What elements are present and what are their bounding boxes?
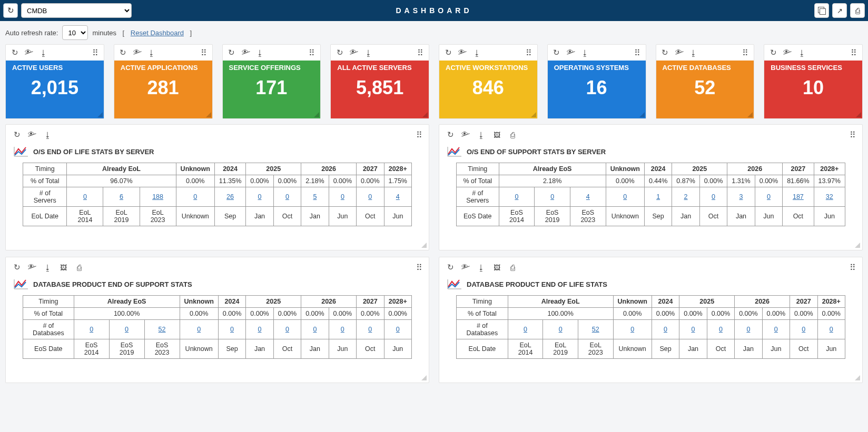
download-icon[interactable] bbox=[476, 263, 486, 272]
drill-link[interactable]: 0 bbox=[258, 193, 262, 200]
drill-link[interactable]: 0 bbox=[550, 193, 554, 200]
drill-link[interactable]: 0 bbox=[396, 326, 400, 333]
download-icon[interactable] bbox=[43, 263, 52, 272]
download-icon[interactable] bbox=[797, 48, 806, 57]
hide-icon[interactable] bbox=[28, 263, 36, 272]
hide-icon[interactable] bbox=[675, 48, 684, 57]
drill-link[interactable]: 3 bbox=[739, 193, 743, 200]
drill-link[interactable]: 188 bbox=[152, 193, 163, 200]
drill-link[interactable]: 0 bbox=[691, 326, 695, 333]
drag-handle-icon[interactable] bbox=[307, 48, 316, 57]
download-icon[interactable] bbox=[472, 48, 481, 57]
drill-link[interactable]: 0 bbox=[90, 326, 93, 333]
kpi-body[interactable]: ALL ACTIVE SERVERS 5,851 bbox=[331, 61, 429, 118]
refresh-icon[interactable] bbox=[446, 130, 455, 139]
download-icon[interactable] bbox=[255, 48, 265, 57]
refresh-icon[interactable] bbox=[552, 48, 561, 57]
print-icon[interactable] bbox=[74, 263, 84, 272]
drill-link[interactable]: 0 bbox=[125, 326, 129, 333]
drill-link[interactable]: 0 bbox=[341, 193, 344, 200]
hide-icon[interactable] bbox=[567, 48, 575, 57]
download-icon[interactable] bbox=[38, 48, 48, 57]
drag-handle-icon[interactable] bbox=[414, 130, 423, 139]
hide-icon[interactable] bbox=[458, 48, 467, 57]
drill-link[interactable]: 0 bbox=[341, 326, 344, 333]
drag-handle-icon[interactable] bbox=[199, 48, 208, 57]
refresh-icon[interactable] bbox=[335, 48, 344, 57]
drill-link[interactable]: 4 bbox=[586, 193, 590, 200]
kpi-body[interactable]: OPERATING SYSTEMS 16 bbox=[548, 61, 646, 118]
refresh-icon[interactable] bbox=[660, 48, 670, 57]
drill-link[interactable]: 0 bbox=[524, 326, 527, 333]
drill-link[interactable]: 0 bbox=[774, 326, 778, 333]
kpi-body[interactable]: ACTIVE USERS 2,015 bbox=[6, 61, 104, 118]
image-icon[interactable] bbox=[58, 263, 68, 272]
open-external-button[interactable] bbox=[832, 3, 847, 18]
refresh-icon[interactable] bbox=[10, 48, 19, 57]
drill-link[interactable]: 0 bbox=[767, 193, 771, 200]
hide-icon[interactable] bbox=[242, 48, 250, 57]
drill-link[interactable]: 0 bbox=[559, 326, 563, 333]
drag-handle-icon[interactable] bbox=[847, 130, 857, 139]
drag-handle-icon[interactable] bbox=[847, 263, 857, 272]
drill-link[interactable]: 52 bbox=[159, 326, 166, 333]
download-icon[interactable] bbox=[689, 48, 698, 57]
drill-link[interactable]: 1 bbox=[656, 193, 660, 200]
drill-link[interactable]: 0 bbox=[515, 193, 518, 200]
drill-link[interactable]: 0 bbox=[230, 326, 234, 333]
drill-link[interactable]: 0 bbox=[197, 326, 201, 333]
kpi-body[interactable]: SERVICE OFFERINGS 171 bbox=[223, 61, 321, 118]
refresh-icon[interactable] bbox=[12, 130, 22, 139]
open-copy-button[interactable] bbox=[814, 3, 829, 18]
drill-link[interactable]: 0 bbox=[193, 193, 197, 200]
refresh-icon[interactable] bbox=[227, 48, 236, 57]
download-icon[interactable] bbox=[363, 48, 373, 57]
refresh-dashboard-button[interactable] bbox=[3, 3, 18, 18]
drag-handle-icon[interactable] bbox=[740, 48, 749, 57]
drill-link[interactable]: 0 bbox=[285, 326, 289, 333]
drill-link[interactable]: 32 bbox=[826, 193, 833, 200]
drill-link[interactable]: 0 bbox=[313, 326, 317, 333]
drill-link[interactable]: 0 bbox=[285, 193, 289, 200]
hide-icon[interactable] bbox=[28, 130, 36, 139]
download-icon[interactable] bbox=[476, 130, 486, 139]
drag-handle-icon[interactable] bbox=[414, 263, 423, 272]
hide-icon[interactable] bbox=[461, 130, 470, 139]
drag-handle-icon[interactable] bbox=[524, 48, 533, 57]
kpi-body[interactable]: BUSINESS SERVICES 10 bbox=[764, 61, 862, 118]
download-icon[interactable] bbox=[580, 48, 590, 57]
drill-link[interactable]: 0 bbox=[664, 326, 667, 333]
drag-handle-icon[interactable] bbox=[415, 48, 425, 57]
drill-link[interactable]: 0 bbox=[83, 193, 87, 200]
drill-link[interactable]: 4 bbox=[396, 193, 400, 200]
drill-link[interactable]: 52 bbox=[592, 326, 599, 333]
print-button[interactable] bbox=[850, 3, 865, 18]
refresh-icon[interactable] bbox=[446, 263, 455, 272]
drill-link[interactable]: 0 bbox=[630, 326, 634, 333]
drill-link[interactable]: 187 bbox=[793, 193, 804, 200]
print-icon[interactable] bbox=[508, 130, 517, 139]
refresh-icon[interactable] bbox=[443, 48, 453, 57]
drill-link[interactable]: 0 bbox=[712, 193, 715, 200]
drill-link[interactable]: 0 bbox=[368, 326, 372, 333]
kpi-body[interactable]: ACTIVE WORKSTATIONS 846 bbox=[439, 61, 537, 118]
drill-link[interactable]: 6 bbox=[120, 193, 123, 200]
refresh-icon[interactable] bbox=[12, 263, 22, 272]
download-icon[interactable] bbox=[43, 130, 52, 139]
drill-link[interactable]: 0 bbox=[746, 326, 750, 333]
refresh-icon[interactable] bbox=[768, 48, 778, 57]
drill-link[interactable]: 0 bbox=[368, 193, 372, 200]
print-icon[interactable] bbox=[508, 263, 517, 272]
drill-link[interactable]: 0 bbox=[258, 326, 262, 333]
drill-link[interactable]: 0 bbox=[623, 193, 627, 200]
drill-link[interactable]: 26 bbox=[226, 193, 234, 200]
drag-handle-icon[interactable] bbox=[632, 48, 642, 57]
hide-icon[interactable] bbox=[783, 48, 792, 57]
kpi-body[interactable]: ACTIVE APPLICATIONS 281 bbox=[114, 61, 212, 118]
dashboard-select[interactable]: CMDB bbox=[21, 3, 132, 18]
drill-link[interactable]: 0 bbox=[802, 326, 805, 333]
hide-icon[interactable] bbox=[25, 48, 33, 57]
kpi-body[interactable]: ACTIVE DATABASES 52 bbox=[656, 61, 754, 118]
image-icon[interactable] bbox=[492, 130, 501, 139]
refresh-icon[interactable] bbox=[119, 48, 128, 57]
